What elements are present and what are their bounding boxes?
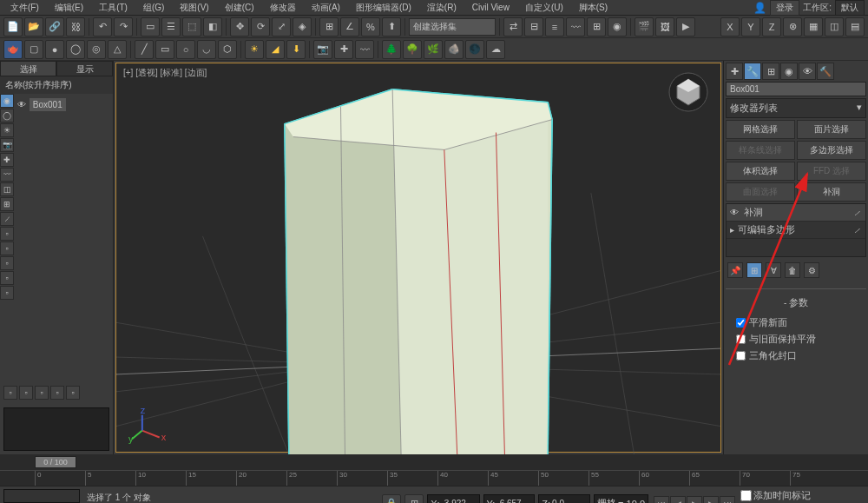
vp-icon[interactable]: ▤ <box>845 17 865 36</box>
y-field[interactable]: Y: <box>483 494 536 504</box>
camera-icon[interactable]: 📷 <box>313 40 332 59</box>
group-filter-icon[interactable]: ◫ <box>0 182 14 196</box>
lp-b1-icon[interactable]: ▫ <box>3 386 17 400</box>
circle-icon[interactable]: ○ <box>176 40 195 59</box>
z-icon[interactable]: Z <box>762 17 781 36</box>
arc-icon[interactable]: ◡ <box>197 40 216 59</box>
keep-smooth-check[interactable]: 与旧面保持平滑 <box>729 331 863 347</box>
params-title[interactable]: - 参数 <box>729 295 863 311</box>
face-select-button[interactable]: 面片选择 <box>797 120 866 139</box>
poly-select-button[interactable]: 多边形选择 <box>797 141 866 160</box>
rotate-icon[interactable]: ⟳ <box>251 17 270 36</box>
f4-icon[interactable]: ▫ <box>0 271 14 285</box>
select-rect-icon[interactable]: ⬚ <box>182 17 201 36</box>
lp-b2-icon[interactable]: ▫ <box>19 386 33 400</box>
motion-tab-icon[interactable]: ◉ <box>780 63 798 80</box>
render-icon[interactable]: ▶ <box>676 17 695 36</box>
smooth-check[interactable]: 平滑新面 <box>729 314 863 331</box>
ngon-icon[interactable]: ⬡ <box>218 40 237 59</box>
workspace-value[interactable]: 默认 <box>835 0 865 16</box>
time-slider[interactable]: 0 / 100 <box>0 454 868 470</box>
goto-end-icon[interactable]: ⏭ <box>720 496 735 504</box>
utility-tab-icon[interactable]: 🔨 <box>817 63 834 80</box>
lp-b4-icon[interactable]: ▫ <box>50 386 64 400</box>
mesh-select-button[interactable]: 网格选择 <box>726 120 795 139</box>
safe-icon[interactable]: ◫ <box>825 17 844 36</box>
selection-set-dropdown[interactable]: 创建选择集 <box>409 18 496 36</box>
spot-icon[interactable]: ◢ <box>266 40 285 59</box>
tree2-icon[interactable]: 🌳 <box>403 40 422 59</box>
box-icon[interactable]: ▢ <box>24 40 43 59</box>
redo-icon[interactable]: ↷ <box>114 17 133 36</box>
stack-cap-holes[interactable]: 👁 补洞⟋ <box>727 204 865 222</box>
angle-snap-icon[interactable]: ∠ <box>340 17 359 36</box>
select-icon[interactable]: ▭ <box>141 17 160 36</box>
configure-icon[interactable]: ⚙ <box>804 262 819 278</box>
modify-tab-icon[interactable]: 🔧 <box>744 63 761 80</box>
lp-b3-icon[interactable]: ▫ <box>35 386 49 400</box>
rect-shape-icon[interactable]: ▭ <box>155 40 174 59</box>
menu-script[interactable]: 脚本(S) <box>572 1 615 15</box>
abs-icon[interactable]: ⊞ <box>404 494 424 504</box>
torus-icon[interactable]: ◎ <box>87 40 106 59</box>
view-cube[interactable] <box>667 70 710 114</box>
menu-modifier[interactable]: 修改器 <box>263 1 303 15</box>
y-icon[interactable]: Y <box>741 17 760 36</box>
layer-icon[interactable]: ≡ <box>545 17 564 36</box>
omni-icon[interactable]: ☀ <box>245 40 264 59</box>
vol-select-button[interactable]: 体积选择 <box>726 162 795 181</box>
render-frame-icon[interactable]: 🖼 <box>655 17 674 36</box>
select-name-icon[interactable]: ☰ <box>161 17 181 36</box>
new-icon[interactable]: 📄 <box>3 17 23 36</box>
x-icon[interactable]: X <box>720 17 740 36</box>
planet-icon[interactable]: 🌑 <box>465 40 484 59</box>
teapot-icon[interactable]: 🫖 <box>3 40 23 59</box>
triangulate-check[interactable]: 三角化封口 <box>729 347 863 364</box>
f3-icon[interactable]: ▫ <box>0 256 14 270</box>
select-win-icon[interactable]: ◧ <box>203 17 222 36</box>
ref-coord-icon[interactable]: ◈ <box>293 17 312 36</box>
play-icon[interactable]: ▶ <box>687 496 702 504</box>
f5-icon[interactable]: ▫ <box>0 286 14 300</box>
display-tab-icon[interactable]: 👁 <box>799 63 816 80</box>
menu-render[interactable]: 渲染(R) <box>420 1 464 15</box>
grass-icon[interactable]: 🌿 <box>424 40 443 59</box>
tree1-icon[interactable]: 🌲 <box>382 40 401 59</box>
menu-view[interactable]: 视图(V) <box>173 1 215 15</box>
cam-filter-icon[interactable]: 📷 <box>0 138 14 152</box>
list-item[interactable]: Box001 <box>30 98 66 111</box>
geom-filter-icon[interactable]: ◉ <box>0 94 14 108</box>
cone-icon[interactable]: △ <box>108 40 127 59</box>
render-setup-icon[interactable]: 🎬 <box>635 17 654 36</box>
goto-start-icon[interactable]: ⏮ <box>654 496 669 504</box>
light-filter-icon[interactable]: ☀ <box>0 123 14 137</box>
rock-icon[interactable]: 🪨 <box>444 40 464 59</box>
curve-editor-icon[interactable]: 〰 <box>566 17 585 36</box>
menu-tools[interactable]: 工具(T) <box>92 1 135 15</box>
prev-frame-icon[interactable]: ◀ <box>670 496 686 504</box>
menu-graph[interactable]: 图形编辑器(D) <box>349 1 418 15</box>
link-icon[interactable]: 🔗 <box>45 17 64 36</box>
line-icon[interactable]: ╱ <box>135 40 154 59</box>
x-field[interactable]: X: <box>427 494 479 504</box>
schematic-icon[interactable]: ⊞ <box>587 17 606 36</box>
create-tab-icon[interactable]: ✚ <box>726 63 743 80</box>
menu-group[interactable]: 组(G) <box>136 1 171 15</box>
menu-create[interactable]: 创建(C) <box>218 1 261 15</box>
hierarchy-tab-icon[interactable]: ⊞ <box>762 63 779 80</box>
cyl-icon[interactable]: ◯ <box>66 40 85 59</box>
add-time-marker-check[interactable]: 添加时间标记 <box>740 489 811 502</box>
lp-b5-icon[interactable]: ▫ <box>66 386 80 400</box>
open-icon[interactable]: 📂 <box>24 17 43 36</box>
cap-holes-button[interactable]: 补洞 <box>797 182 866 202</box>
f2-icon[interactable]: ▫ <box>0 242 14 255</box>
menu-custom[interactable]: 自定义(U) <box>518 1 570 15</box>
menu-edit[interactable]: 编辑(E) <box>48 1 90 15</box>
object-name-field[interactable]: Box001 <box>726 82 866 96</box>
time-ruler[interactable]: 051015202530354045505560657075 <box>0 470 868 486</box>
make-unique-icon[interactable]: ∀ <box>766 262 781 278</box>
stack-edit-poly[interactable]: ▸ 可编辑多边形⟋ <box>727 222 865 239</box>
grid-icon[interactable]: ▦ <box>804 17 823 36</box>
percent-snap-icon[interactable]: % <box>361 17 380 36</box>
menu-anim[interactable]: 动画(A) <box>305 1 347 15</box>
